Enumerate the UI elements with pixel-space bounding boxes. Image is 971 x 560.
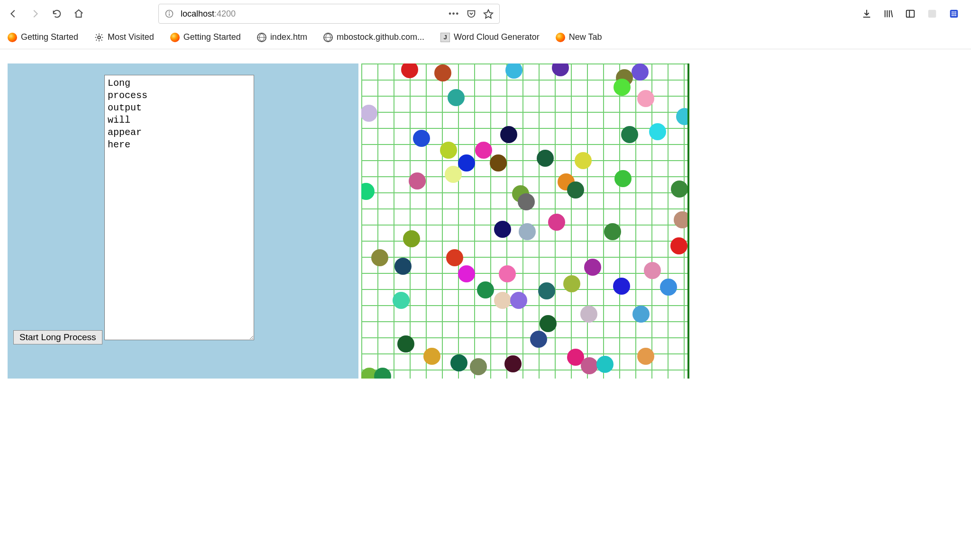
scatter-point bbox=[458, 265, 475, 282]
page-content: Start Long Process bbox=[8, 63, 971, 379]
scatter-point bbox=[676, 108, 689, 125]
sidebar-icon[interactable] bbox=[904, 7, 917, 20]
home-icon bbox=[73, 9, 84, 19]
svg-point-20 bbox=[98, 36, 101, 39]
scatter-point bbox=[530, 331, 547, 348]
scatter-point bbox=[440, 142, 457, 159]
svg-rect-9 bbox=[928, 10, 936, 18]
svg-point-14 bbox=[952, 13, 953, 15]
svg-point-13 bbox=[955, 11, 956, 13]
scatter-point bbox=[674, 211, 689, 228]
scatter-point bbox=[413, 130, 430, 147]
start-long-process-button[interactable]: Start Long Process bbox=[13, 330, 102, 344]
scatter-point bbox=[548, 214, 565, 231]
address-bar[interactable]: localhost:4200 ••• bbox=[158, 4, 500, 24]
bookmark-label: Getting Started bbox=[183, 32, 241, 42]
downloads-icon[interactable] bbox=[860, 7, 873, 20]
back-button[interactable] bbox=[5, 5, 22, 22]
scatter-point bbox=[613, 278, 630, 295]
scatter-point bbox=[637, 348, 654, 365]
bookmark-item[interactable]: index.htm bbox=[254, 30, 310, 44]
scatter-point bbox=[394, 258, 412, 275]
scatter-point bbox=[632, 306, 650, 323]
page-actions-icon[interactable]: ••• bbox=[449, 9, 459, 18]
scatter-point bbox=[458, 154, 475, 172]
scatter-point bbox=[494, 221, 511, 238]
extension-icon-2[interactable] bbox=[947, 7, 961, 20]
scatter-point bbox=[670, 237, 687, 254]
scatter-point bbox=[494, 292, 511, 309]
svg-point-16 bbox=[955, 13, 956, 15]
scatter-point bbox=[563, 275, 580, 292]
scatter-point bbox=[371, 249, 388, 266]
scatter-point bbox=[519, 223, 536, 240]
process-output-textarea[interactable] bbox=[104, 75, 254, 340]
info-icon bbox=[165, 9, 174, 18]
toolbar-right-icons bbox=[860, 7, 961, 20]
bookmark-item[interactable]: New Tab bbox=[553, 30, 605, 44]
scatter-point bbox=[575, 152, 592, 169]
scatter-plot bbox=[361, 63, 689, 379]
scatter-point bbox=[499, 265, 516, 282]
grid-background bbox=[361, 63, 687, 379]
scatter-point bbox=[637, 90, 654, 107]
scatter-point bbox=[584, 259, 601, 276]
scatter-point bbox=[446, 249, 463, 266]
scatter-point bbox=[477, 281, 494, 298]
bookmark-label: New Tab bbox=[569, 32, 602, 42]
back-arrow-icon bbox=[8, 9, 18, 19]
library-icon[interactable] bbox=[882, 7, 895, 20]
scatter-point bbox=[581, 357, 598, 374]
scatter-point bbox=[450, 354, 467, 371]
bookmark-label: index.htm bbox=[270, 32, 307, 42]
scatter-point bbox=[621, 126, 638, 143]
scatter-point bbox=[644, 262, 661, 279]
forward-arrow-icon bbox=[30, 9, 40, 19]
bookmark-label: Word Cloud Generator bbox=[454, 32, 540, 42]
scatter-point bbox=[580, 306, 597, 323]
bookmark-star-icon[interactable] bbox=[483, 9, 494, 19]
j-icon: J bbox=[440, 33, 450, 42]
reload-icon bbox=[52, 9, 62, 19]
url-port: :4200 bbox=[214, 9, 236, 18]
scatter-point bbox=[632, 63, 649, 81]
scatter-point bbox=[671, 181, 688, 198]
scatter-point bbox=[397, 335, 414, 352]
svg-point-2 bbox=[169, 12, 170, 12]
scatter-point bbox=[567, 181, 584, 199]
bookmark-item[interactable]: Getting Started bbox=[5, 30, 81, 44]
scatter-point bbox=[500, 126, 517, 143]
bookmark-item[interactable]: Getting Started bbox=[167, 30, 244, 44]
bookmark-item[interactable]: mbostock.github.com... bbox=[321, 30, 427, 44]
firefox-icon bbox=[556, 33, 565, 42]
svg-point-15 bbox=[953, 13, 955, 15]
scatter-point bbox=[403, 230, 420, 247]
url-host: localhost bbox=[181, 9, 214, 18]
bookmark-item[interactable]: JWord Cloud Generator bbox=[438, 30, 542, 44]
reload-button[interactable] bbox=[48, 5, 65, 22]
pocket-icon[interactable] bbox=[466, 9, 476, 19]
bookmark-label: Most Visited bbox=[108, 32, 154, 42]
globe-icon bbox=[257, 33, 266, 42]
scatter-point bbox=[445, 166, 462, 183]
scatter-point bbox=[604, 223, 621, 240]
scatter-point bbox=[518, 193, 535, 210]
scatter-point bbox=[393, 292, 410, 309]
extension-icon-1[interactable] bbox=[925, 7, 939, 20]
scatter-point bbox=[504, 355, 522, 372]
firefox-icon bbox=[8, 33, 17, 42]
forward-button[interactable] bbox=[27, 5, 44, 22]
left-panel: Start Long Process bbox=[8, 63, 358, 379]
home-button[interactable] bbox=[70, 5, 87, 22]
scatter-point bbox=[538, 282, 555, 299]
scatter-point bbox=[540, 315, 557, 332]
scatter-point bbox=[475, 142, 492, 159]
svg-line-6 bbox=[891, 10, 893, 18]
scatter-point bbox=[510, 292, 527, 309]
scatter-point bbox=[448, 89, 465, 106]
scatter-point bbox=[490, 154, 507, 172]
url-text: localhost:4200 bbox=[181, 9, 442, 19]
bookmark-item[interactable]: Most Visited bbox=[92, 30, 157, 44]
scatter-point bbox=[614, 170, 632, 187]
scatter-point bbox=[614, 79, 631, 96]
